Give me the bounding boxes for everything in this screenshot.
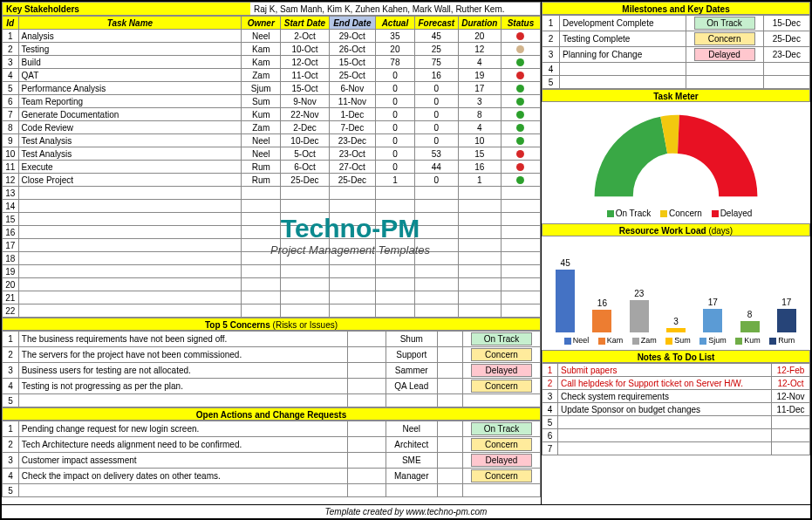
table-row: 4Testing is not progressing as per the p…	[3, 379, 541, 394]
actions-header: Open Actions and Change Requests	[2, 407, 541, 421]
status-dot-icon	[516, 98, 524, 106]
milestones-header: Milestones and Key Dates	[542, 2, 810, 15]
status-dot-icon	[516, 137, 524, 145]
tasks-table: Id Task Name Owner Start Date End Date A…	[2, 16, 541, 318]
table-row: 2Testing CompleteConcern25-Dec	[542, 31, 810, 47]
table-row: 2The servers for the project have not be…	[3, 347, 541, 363]
table-row: 11ExecuteRum6-Oct27-Oct04416	[3, 161, 541, 174]
table-row: 2TestingKam10-Oct26-Oct202512	[3, 43, 541, 56]
table-row: 10Test AnalysisNeel5-Oct23-Oct05315	[3, 147, 541, 161]
concerns-table: 1The business requirements have not been…	[2, 331, 541, 407]
table-row: 6Team ReportingSum9-Nov11-Nov003	[3, 95, 541, 108]
legend-swatch-icon	[564, 338, 571, 345]
workload-chart: 451623317817	[542, 236, 810, 332]
table-row: 4	[542, 63, 810, 76]
table-row: 3Planning for ChangeDelayed23-Dec	[542, 47, 810, 63]
table-row: 1AnalysisNeel2-Oct29-Oct354520	[3, 30, 541, 43]
th-name: Task Name	[18, 17, 242, 30]
table-row: 20	[3, 278, 541, 291]
table-row: 5	[542, 416, 810, 429]
footer-text: Template created by www.techno-pm.com	[2, 504, 810, 518]
status-dot-icon	[516, 72, 524, 79]
table-row: 3BuildKam12-Oct15-Oct78754	[3, 56, 541, 69]
status-dot-icon	[516, 32, 524, 40]
table-row: 5	[3, 484, 541, 497]
table-row: 19	[3, 265, 541, 278]
table-row: 5	[542, 76, 810, 89]
table-row: 14	[3, 200, 541, 213]
milestones-table: 1Development CompleteOn Track15-Dec2Test…	[542, 15, 810, 89]
legend-swatch-icon	[735, 338, 742, 345]
table-row: 1Submit papers12-Feb	[542, 364, 810, 377]
table-row: 4QATZam11-Oct25-Oct01619	[3, 69, 541, 82]
status-dot-icon	[516, 85, 524, 92]
th-forecast: Forecast	[414, 17, 458, 30]
table-row: 12Close ProjectRum25-Dec25-Dec101	[3, 174, 541, 187]
bar: 3	[665, 317, 687, 332]
table-row: 1Development CompleteOn Track15-Dec	[542, 16, 810, 31]
table-row: 8Code ReviewZam2-Dec7-Dec004	[3, 121, 541, 134]
table-row: 4Check the impact on delivery dates on o…	[3, 469, 541, 484]
table-row: 2Tech Architecture needs alignment need …	[3, 437, 541, 453]
table-row: 5Performance AnalysisSjum15-Oct6-Nov0017	[3, 82, 541, 95]
table-row: 9Test AnalysisNeel10-Dec23-Dec0010	[3, 134, 541, 147]
status-dot-icon	[516, 124, 524, 132]
table-row: 22	[3, 304, 541, 318]
table-row: 13	[3, 187, 541, 200]
table-row: 18	[3, 252, 541, 265]
bar: 17	[775, 298, 798, 332]
th-owner: Owner	[242, 17, 281, 30]
legend-red-icon	[712, 210, 719, 217]
table-row: 1Pending change request for new login sc…	[3, 421, 541, 437]
table-row: 17	[3, 239, 541, 252]
table-row: 3Business users for testing are not allo…	[3, 363, 541, 379]
status-dot-icon	[516, 176, 524, 184]
legend-swatch-icon	[665, 338, 672, 345]
table-row: 3Check system requirements12-Nov	[542, 390, 810, 403]
legend-swatch-icon	[699, 338, 706, 345]
legend-swatch-icon	[769, 338, 776, 345]
legend-yellow-icon	[660, 210, 667, 217]
legend-swatch-icon	[598, 338, 605, 345]
status-dot-icon	[516, 150, 524, 158]
notes-table: 1Submit papers12-Feb2Call helpdesk for S…	[542, 363, 810, 455]
concerns-header: Top 5 Concerns (Risks or Issues)	[2, 318, 541, 331]
table-row: 16	[3, 226, 541, 239]
bar: 16	[590, 298, 613, 332]
table-row: 21	[3, 291, 541, 304]
table-row: 3Customer impact assessmentSMEDelayed	[3, 453, 541, 469]
workload-legend: Neel Kam Zam Sum Sjum Kum Rum	[542, 332, 810, 350]
status-dot-icon	[516, 58, 524, 66]
status-dot-icon	[516, 163, 524, 171]
table-row: 1The business requirements have not been…	[3, 332, 541, 347]
task-meter-chart	[542, 102, 810, 205]
legend-swatch-icon	[632, 338, 639, 345]
bar: 23	[628, 289, 651, 332]
th-actual: Actual	[375, 17, 414, 30]
actions-table: 1Pending change request for new login sc…	[2, 421, 541, 497]
stakeholders-value: Raj K, Sam Manh, Kim K, Zuhen Kahen, Mar…	[250, 3, 540, 15]
status-dot-icon	[516, 45, 524, 53]
stakeholders-label: Key Stakeholders	[3, 3, 250, 15]
status-dot-icon	[516, 111, 524, 119]
notes-header: Notes & To Do List	[542, 350, 810, 363]
th-duration: Duration	[458, 17, 501, 30]
task-meter-legend: On Track Concern Delayed	[542, 205, 810, 223]
bar: 45	[554, 258, 577, 332]
th-start: Start Date	[281, 17, 329, 30]
legend-green-icon	[607, 210, 614, 217]
table-row: 7Generate DocumentationKum22-Nov1-Dec008	[3, 108, 541, 121]
table-row: 2Call helpdesk for Support ticket on Ser…	[542, 377, 810, 390]
table-row: 15	[3, 213, 541, 226]
table-row: 5	[3, 394, 541, 407]
table-row: 6	[542, 429, 810, 442]
task-meter-header: Task Meter	[542, 89, 810, 102]
table-row: 7	[542, 442, 810, 455]
th-id: Id	[3, 17, 19, 30]
th-status: Status	[501, 17, 540, 30]
workload-header: Resource Work Load (days)	[542, 223, 810, 236]
th-end: End Date	[329, 17, 375, 30]
bar: 17	[701, 298, 724, 332]
bar: 8	[739, 310, 761, 332]
table-row: 4Update Sponsor on budget changes11-Dec	[542, 403, 810, 416]
